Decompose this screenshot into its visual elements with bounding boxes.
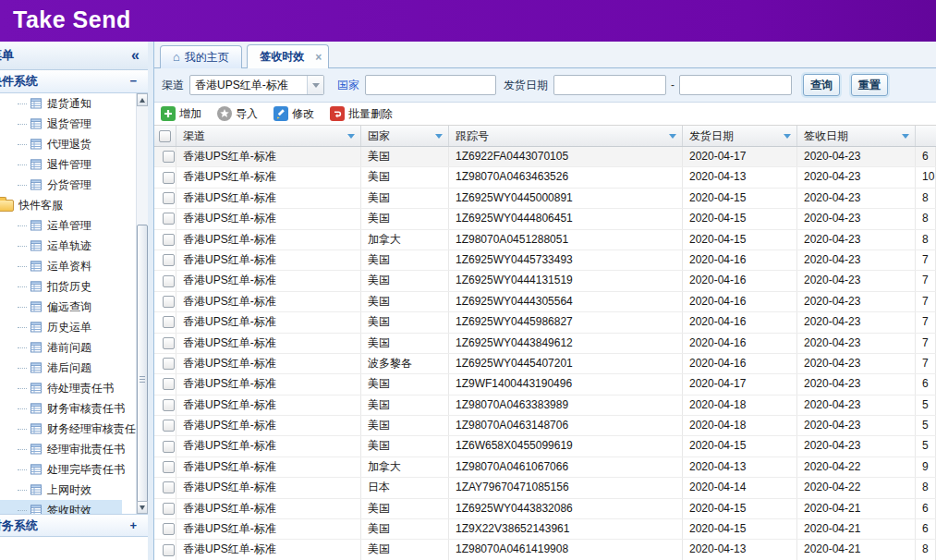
row-checkbox[interactable] [163, 172, 175, 184]
tree-item[interactable]: 港后问题 [0, 358, 122, 378]
tab-home[interactable]: ⌂我的主页 [160, 45, 242, 69]
row-checkbox[interactable] [163, 481, 175, 493]
row-checkbox[interactable] [163, 275, 175, 287]
table-row[interactable]: 香港UPS红单-标准 美国 1Z6925WY0444131519 2020-04… [154, 271, 936, 291]
table-row[interactable]: 香港UPS红单-标准 加拿大 1Z98070A0451288051 2020-0… [154, 230, 936, 250]
col-header-country[interactable]: 国家 [361, 126, 449, 146]
tree-item[interactable]: 快件客服 [0, 195, 122, 215]
tree-item[interactable]: 经理审批责任书 [0, 439, 122, 459]
cell-country: 美国 [361, 436, 449, 456]
row-checkbox[interactable] [163, 316, 175, 328]
row-checkbox[interactable] [163, 523, 175, 535]
col-header-ship-date[interactable]: 发货日期 [683, 126, 797, 146]
collapse-sidebar-icon[interactable]: « [131, 42, 140, 69]
table-row[interactable]: 香港UPS红单-标准 美国 1Z98070A0461419908 2020-04… [154, 540, 936, 560]
table-row[interactable]: 香港UPS红单-标准 美国 1Z6925WY0445733493 2020-04… [154, 250, 936, 271]
expand-section-icon[interactable]: + [129, 515, 137, 537]
tree-item[interactable]: 上网时效 [0, 480, 122, 500]
select-all-checkbox[interactable] [159, 130, 171, 142]
row-checkbox[interactable] [163, 192, 175, 204]
collapse-section-icon[interactable]: − [129, 70, 137, 92]
filter-dropdown-icon[interactable] [347, 134, 355, 139]
cell-tracking: 1Z6922FA0443070105 [449, 147, 683, 166]
row-checkbox[interactable] [163, 151, 175, 163]
row-checkbox[interactable] [163, 503, 175, 515]
col-header-tracking[interactable]: 跟踪号 [449, 126, 683, 146]
date-to-input[interactable] [679, 75, 792, 95]
tree-item[interactable]: 待处理责任书 [0, 378, 122, 398]
col-header-days[interactable] [916, 126, 936, 146]
row-checkbox[interactable] [163, 441, 175, 453]
row-checkbox[interactable] [163, 254, 175, 266]
table-row[interactable]: 香港UPS红单-标准 加拿大 1Z98070A0461067066 2020-0… [154, 457, 936, 478]
tree-item[interactable]: 提货通知 [0, 93, 122, 114]
reset-button[interactable]: 重置 [851, 74, 888, 96]
col-header-channel[interactable]: 渠道 [176, 126, 361, 146]
tree-item[interactable]: 运单管理 [0, 215, 122, 236]
tree-item[interactable]: 财务经理审核责任书 [0, 419, 122, 439]
table-row[interactable]: 香港UPS红单-标准 美国 1Z6W658X0455099619 2020-04… [154, 436, 936, 457]
table-row[interactable]: 香港UPS红单-标准 美国 1Z6925WY0445986827 2020-04… [154, 312, 936, 333]
tree-item[interactable]: 运单轨迹 [0, 236, 122, 256]
cell-channel: 香港UPS红单-标准 [176, 250, 361, 270]
filter-dropdown-icon[interactable] [902, 134, 909, 139]
tree-item[interactable]: 代理退货 [0, 134, 122, 154]
row-checkbox[interactable] [163, 337, 175, 349]
table-row[interactable]: 香港UPS红单-标准 美国 1Z6925WY0444305564 2020-04… [154, 292, 936, 312]
tree-item[interactable]: 偏远查询 [0, 297, 122, 317]
table-row[interactable]: 香港UPS红单-标准 美国 1Z6925WY0444806451 2020-04… [154, 209, 936, 229]
row-checkbox-cell [154, 312, 176, 332]
filter-dropdown-icon[interactable] [435, 134, 443, 139]
scrollbar-thumb[interactable] [137, 225, 148, 534]
dropdown-arrow-icon[interactable] [307, 76, 323, 94]
tree-item[interactable]: 分货管理 [0, 175, 122, 195]
tree-item[interactable]: 退货管理 [0, 114, 122, 134]
row-checkbox[interactable] [163, 234, 175, 246]
country-input[interactable] [365, 75, 496, 95]
table-row[interactable]: 香港UPS红单-标准 波多黎各 1Z6925WY0445407201 2020-… [154, 354, 936, 374]
toolbar-button[interactable]: 修改 [274, 106, 314, 122]
tree-item[interactable]: 处理完毕责任书 [0, 459, 122, 480]
tree-item[interactable]: 财务审核责任书 [0, 398, 122, 419]
sidebar-scrollbar[interactable] [136, 93, 148, 514]
tree-item[interactable]: 港前问题 [0, 337, 122, 358]
row-checkbox[interactable] [163, 420, 175, 432]
row-checkbox[interactable] [163, 296, 175, 308]
row-checkbox[interactable] [163, 358, 175, 370]
table-row[interactable]: 香港UPS红单-标准 日本 1ZAY79670471085156 2020-04… [154, 478, 936, 498]
scroll-up-button[interactable] [137, 93, 148, 106]
tree-item[interactable]: 运单资料 [0, 256, 122, 276]
table-row[interactable]: 香港UPS红单-标准 美国 1Z9X22V38652143961 2020-04… [154, 519, 936, 540]
query-button[interactable]: 查询 [803, 74, 840, 96]
tree-item[interactable]: 历史运单 [0, 317, 122, 337]
toolbar-button[interactable]: 批量删除 [330, 106, 393, 122]
tab-sign-timeliness[interactable]: 签收时效 × [247, 44, 329, 69]
table-row[interactable]: 香港UPS红单-标准 美国 1Z9WF1400443190496 2020-04… [154, 374, 936, 395]
table-row[interactable]: 香港UPS红单-标准 美国 1Z6922FA0443070105 2020-04… [154, 147, 936, 167]
table-row[interactable]: 香港UPS红单-标准 美国 1Z6925WY0443832086 2020-04… [154, 499, 936, 519]
scroll-down-button[interactable] [137, 501, 148, 514]
toolbar-button[interactable]: 增加 [161, 106, 201, 122]
table-row[interactable]: 香港UPS红单-标准 美国 1Z6925WY0443849612 2020-04… [154, 334, 936, 354]
table-row[interactable]: 香港UPS红单-标准 美国 1Z98070A0463148706 2020-04… [154, 416, 936, 436]
row-checkbox[interactable] [163, 213, 175, 225]
date-from-input[interactable] [553, 75, 666, 95]
tree-item[interactable]: 扣货历史 [0, 276, 122, 297]
filter-dropdown-icon[interactable] [784, 134, 791, 139]
tree-item[interactable]: 退件管理 [0, 154, 122, 175]
filter-dropdown-icon[interactable] [669, 134, 676, 139]
row-checkbox[interactable] [163, 378, 175, 390]
row-checkbox[interactable] [163, 399, 175, 411]
accordion-express-system[interactable]: 快件系统 − [0, 70, 148, 93]
accordion-finance-system[interactable]: 财务系统 + [0, 514, 148, 537]
table-row[interactable]: 香港UPS红单-标准 美国 1Z6925WY0445000891 2020-04… [154, 189, 936, 209]
row-checkbox[interactable] [163, 461, 175, 473]
toolbar-button[interactable]: 导入 [217, 106, 258, 122]
tree-item[interactable]: 签收时效 [0, 500, 122, 514]
table-row[interactable]: 香港UPS红单-标准 美国 1Z98070A0463463526 2020-04… [154, 167, 936, 188]
close-tab-icon[interactable]: × [315, 46, 322, 68]
channel-select[interactable]: 香港UPS红单-标准 [189, 75, 324, 95]
table-row[interactable]: 香港UPS红单-标准 美国 1Z98070A0463383989 2020-04… [154, 396, 936, 416]
row-checkbox[interactable] [163, 544, 175, 556]
col-header-sign-date[interactable]: 签收日期 [797, 126, 916, 146]
